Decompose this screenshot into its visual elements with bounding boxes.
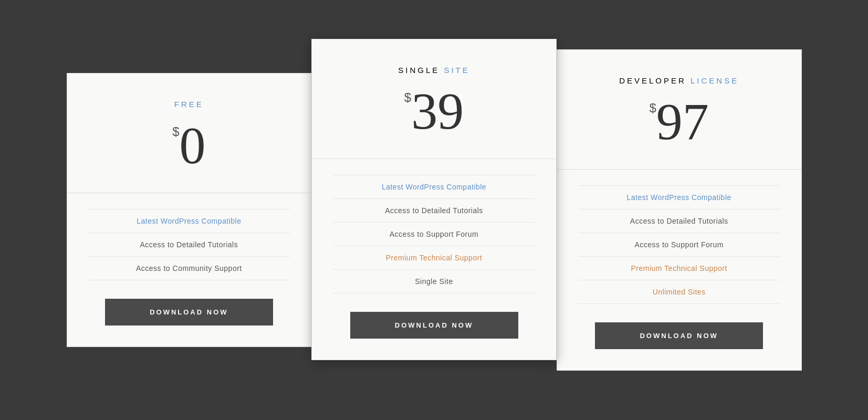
currency-free: $ — [172, 125, 179, 138]
pricing-card-free: FREE $ 0 Latest WordPress Compatible Acc… — [67, 73, 312, 347]
feature-list-single-site: Latest WordPress Compatible Access to De… — [333, 175, 535, 293]
pricing-container: FREE $ 0 Latest WordPress Compatible Acc… — [67, 49, 802, 371]
feature-list-free: Latest WordPress Compatible Access to De… — [88, 209, 290, 280]
card-body-free: Latest WordPress Compatible Access to De… — [67, 193, 311, 346]
currency-developer: $ — [650, 102, 656, 114]
feature-item: Premium Technical Support — [578, 257, 780, 280]
feature-item: Access to Community Support — [88, 257, 290, 280]
price-free: 0 — [180, 119, 206, 172]
feature-item: Single Site — [333, 270, 535, 293]
price-developer: 97 — [656, 96, 709, 148]
plan-name-text-free: FREE — [174, 100, 204, 109]
download-button-developer[interactable]: DOWNLOAD NOW — [595, 322, 763, 349]
feature-item: Access to Detailed Tutorials — [88, 233, 290, 257]
card-header-free: FREE $ 0 — [67, 74, 311, 193]
feature-item: Latest WordPress Compatible — [88, 209, 290, 233]
plan-name-single-site: SINGLE SITE — [333, 66, 535, 75]
currency-single-site: $ — [404, 91, 411, 104]
pricing-card-single-site: SINGLE SITE $ 39 Latest WordPress Compat… — [311, 39, 557, 360]
feature-item: Latest WordPress Compatible — [333, 175, 535, 199]
feature-item: Latest WordPress Compatible — [578, 185, 780, 209]
feature-item: Access to Support Forum — [578, 233, 780, 257]
card-body-single-site: Latest WordPress Compatible Access to De… — [312, 159, 556, 360]
plan-name-plain: SINGLE — [398, 66, 444, 75]
feature-item: Access to Detailed Tutorials — [333, 199, 535, 223]
feature-item: Access to Detailed Tutorials — [578, 209, 780, 233]
price-single-site: 39 — [411, 85, 464, 138]
card-body-developer: Latest WordPress Compatible Access to De… — [557, 170, 801, 370]
feature-list-developer: Latest WordPress Compatible Access to De… — [578, 185, 780, 304]
plan-name-colored: SITE — [444, 66, 469, 75]
price-wrapper-developer: $ 97 — [578, 96, 780, 148]
feature-item: Unlimited Sites — [578, 280, 780, 304]
card-header-developer: DEVELOPER LICENSE $ 97 — [557, 50, 801, 170]
plan-name-plain-dev: DEVELOPER — [619, 76, 691, 85]
download-button-free[interactable]: DOWNLOAD NOW — [105, 299, 273, 326]
plan-name-developer: DEVELOPER LICENSE — [578, 76, 780, 85]
feature-item: Access to Support Forum — [333, 223, 535, 246]
card-header-single-site: SINGLE SITE $ 39 — [312, 39, 556, 159]
download-button-single-site[interactable]: DOWNLOAD NOW — [350, 312, 518, 339]
price-wrapper-single-site: $ 39 — [333, 85, 535, 138]
plan-name-colored-dev: LICENSE — [691, 76, 739, 85]
pricing-card-developer: DEVELOPER LICENSE $ 97 Latest WordPress … — [557, 49, 802, 371]
price-wrapper-free: $ 0 — [88, 119, 290, 172]
plan-name-free: FREE — [88, 100, 290, 109]
feature-item: Premium Technical Support — [333, 246, 535, 270]
